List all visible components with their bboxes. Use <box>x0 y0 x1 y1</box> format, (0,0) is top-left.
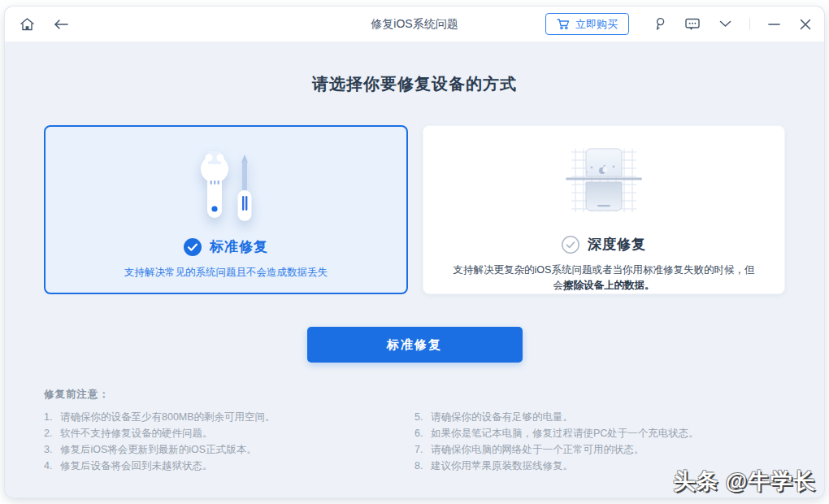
note-number: 3. <box>44 441 60 458</box>
unselected-check-icon <box>562 236 579 254</box>
feedback-button[interactable] <box>684 16 701 33</box>
note-text: 请确保你的设备有足够的电量。 <box>431 409 573 425</box>
note-text: 软件不支持修复设备的硬件问题。 <box>60 425 213 441</box>
note-item: 4. 修复后设备将会回到未越狱状态。 <box>44 458 414 474</box>
note-item: 1. 请确保你的设备至少有800MB的剩余可用空间。 <box>44 409 414 425</box>
key-icon <box>653 17 666 31</box>
note-number: 4. <box>44 458 60 474</box>
note-number: 2. <box>44 425 60 441</box>
note-item: 7. 请确保你电脑的网络处于一个正常可用的状态。 <box>414 441 785 458</box>
standard-repair-card[interactable]: 标准修复 支持解决常见的系统问题且不会造成数据丢失 <box>44 125 408 294</box>
note-text: 如果你是笔记本电脑，修复过程请使PC处于一个充电状态。 <box>431 425 699 441</box>
wrench-screwdriver-illustration <box>187 138 265 229</box>
back-button[interactable] <box>51 17 71 32</box>
note-number: 8. <box>414 458 431 474</box>
chevron-down-icon <box>719 20 731 28</box>
app-window: 修复iOS系统问题 立即购买 <box>5 7 824 497</box>
home-icon <box>20 17 35 32</box>
menu-button[interactable] <box>718 19 733 29</box>
deep-repair-desc: 支持解决更复杂的iOS系统问题或者当你用标准修复失败的时候，但会擦除设备上的数据… <box>423 263 784 293</box>
deep-repair-card[interactable]: 深度修复 支持解决更复杂的iOS系统问题或者当你用标准修复失败的时候，但会擦除设… <box>423 125 785 294</box>
note-item: 2. 软件不支持修复设备的硬件问题。 <box>44 425 414 441</box>
register-button[interactable] <box>652 15 667 33</box>
standard-repair-title: 标准修复 <box>210 237 268 256</box>
note-number: 6. <box>414 425 431 441</box>
home-button[interactable] <box>18 15 37 33</box>
device-illustration <box>551 137 657 227</box>
note-text: 修复后设备将会回到未越狱状态。 <box>60 458 213 474</box>
notes-heading: 修复前注意： <box>44 388 785 402</box>
notes-column-right: 5. 请确保你的设备有足够的电量。 6. 如果你是笔记本电脑，修复过程请使PC处… <box>414 409 785 474</box>
back-arrow-icon <box>53 19 69 30</box>
selected-check-icon <box>184 238 202 256</box>
minimize-button[interactable] <box>766 21 782 28</box>
note-text: 修复后iOS将会更新到最新的iOS正式版本。 <box>60 441 257 458</box>
minimize-icon <box>768 23 780 26</box>
toutiao-watermark: 头条 @牛学长 <box>673 467 816 496</box>
note-text: 建议你用苹果原装数据线修复。 <box>431 458 573 474</box>
repair-mode-cards: 标准修复 支持解决常见的系统问题且不会造成数据丢失 <box>5 125 824 294</box>
note-text: 请确保你电脑的网络处于一个正常可用的状态。 <box>431 441 645 458</box>
standard-repair-desc: 支持解决常见的系统问题且不会造成数据丢失 <box>95 265 357 280</box>
note-number: 1. <box>44 409 60 425</box>
titlebar-divider <box>749 18 750 30</box>
buy-now-label: 立即购买 <box>575 17 618 32</box>
deep-repair-desc-bold: 擦除设备上的数据。 <box>563 280 655 291</box>
note-item: 5. 请确保你的设备有足够的电量。 <box>414 409 785 425</box>
note-item: 3. 修复后iOS将会更新到最新的iOS正式版本。 <box>44 441 414 458</box>
close-icon <box>800 19 811 30</box>
note-number: 7. <box>414 441 431 458</box>
page-title: 请选择你要修复设备的方式 <box>5 73 824 95</box>
chat-icon <box>685 18 700 31</box>
cart-icon <box>557 18 570 30</box>
buy-now-button[interactable]: 立即购买 <box>545 13 629 35</box>
titlebar: 修复iOS系统问题 立即购买 <box>5 7 824 41</box>
main-content: 请选择你要修复设备的方式 <box>5 41 824 497</box>
note-text: 请确保你的设备至少有800MB的剩余可用空间。 <box>60 409 276 425</box>
note-item: 6. 如果你是笔记本电脑，修复过程请使PC处于一个充电状态。 <box>414 425 785 441</box>
close-button[interactable] <box>798 17 813 32</box>
note-number: 5. <box>414 409 431 425</box>
standard-repair-action-button[interactable]: 标准修复 <box>307 327 523 363</box>
pre-repair-notes: 修复前注意： 1. 请确保你的设备至少有800MB的剩余可用空间。 2. 软件不… <box>5 388 824 474</box>
deep-repair-title: 深度修复 <box>588 235 646 254</box>
notes-column-left: 1. 请确保你的设备至少有800MB的剩余可用空间。 2. 软件不支持修复设备的… <box>44 409 414 474</box>
